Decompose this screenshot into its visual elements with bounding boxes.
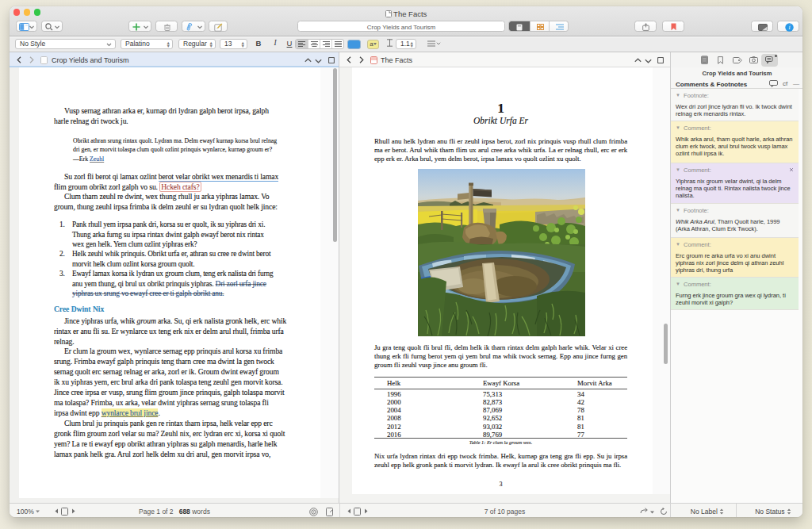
- svg-text:i: i: [788, 24, 790, 31]
